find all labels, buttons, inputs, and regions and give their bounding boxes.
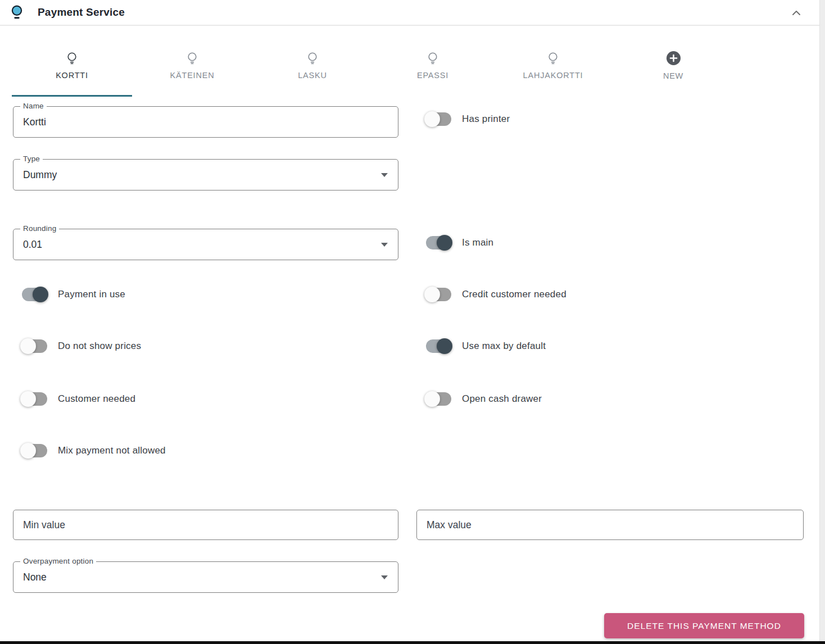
header: Payment Service [0,0,819,26]
lightbulb-icon [10,3,24,21]
tab-label: EPASSI [417,71,448,80]
toggle-label: Do not show prices [58,341,141,352]
max-value-field [416,510,804,540]
toggle-use-max-by-default[interactable]: Use max by default [424,338,546,355]
name-field-label: Name [20,102,47,110]
switch[interactable] [424,111,452,128]
overpayment-option-value: None [13,562,398,592]
toggle-credit-customer-needed[interactable]: Credit customer needed [424,286,566,303]
active-tab-indicator [12,95,132,97]
switch-thumb [20,391,36,407]
name-field: Name [13,106,398,138]
tab-lahjakortti[interactable]: LAHJAKORTTI [493,45,613,97]
tab-label: NEW [663,71,683,80]
collapse-button[interactable] [789,6,804,20]
scrollbar-track[interactable] [819,0,825,644]
min-value-input[interactable] [13,510,398,539]
switch-thumb [424,391,440,407]
type-select[interactable]: Type Dummy [13,159,398,191]
rounding-select[interactable]: Rounding 0.01 [13,229,398,260]
tab-kortti[interactable]: KORTTI [12,45,132,97]
toggle-label: Credit customer needed [462,289,566,300]
lightbulb-icon [185,51,199,66]
tab-lasku[interactable]: LASKU [252,45,373,97]
switch-thumb [437,235,452,251]
toggle-label: Customer needed [58,393,135,405]
tab-epassi[interactable]: EPASSI [373,45,493,97]
switch[interactable] [424,391,452,407]
delete-payment-method-button[interactable]: DELETE THIS PAYMENT METHOD [604,613,804,638]
rounding-select-label: Rounding [20,224,59,233]
tab-label: LASKU [298,71,327,80]
toggle-has-printer[interactable]: Has printer [424,111,510,128]
switch-thumb [33,287,48,302]
toggle-open-cash-drawer[interactable]: Open cash drawer [424,391,542,407]
switch[interactable] [20,391,48,407]
toggle-label: Is main [462,237,493,248]
page-title: Payment Service [38,6,125,19]
toggle-do-not-show-prices[interactable]: Do not show prices [20,338,141,355]
plus-circle-icon [666,51,681,66]
name-input[interactable] [13,107,398,137]
lightbulb-icon [546,51,560,66]
type-select-label: Type [20,155,43,163]
overpayment-option-select[interactable]: Overpayment option None [13,561,398,593]
tab-kateinen[interactable]: KÄTEINEN [132,45,252,97]
max-value-input[interactable] [417,510,803,539]
switch[interactable] [20,442,48,459]
switch-thumb [20,443,36,459]
toggle-payment-in-use[interactable]: Payment in use [20,286,125,303]
switch-thumb [424,111,440,127]
lightbulb-icon [426,51,439,66]
switch-thumb [437,338,452,354]
toggle-mix-payment-not-allowed[interactable]: Mix payment not allowed [20,442,166,459]
type-select-value: Dummy [13,160,398,190]
tab-label: LAHJAKORTTI [523,71,583,80]
switch[interactable] [20,338,48,355]
chevron-up-icon [790,6,803,20]
window-bottom-edge [0,641,825,644]
lightbulb-icon [306,51,319,66]
switch[interactable] [424,234,452,251]
toggle-is-main[interactable]: Is main [424,234,493,251]
overpayment-option-label: Overpayment option [20,557,96,565]
toggle-label: Mix payment not allowed [58,445,166,456]
tab-label: KORTTI [56,71,88,80]
payment-method-tabs: KORTTI KÄTEINEN LASKU [12,45,733,97]
rounding-select-value: 0.01 [13,229,398,260]
switch[interactable] [424,338,452,355]
toggle-label: Open cash drawer [462,393,542,405]
switch[interactable] [424,286,452,303]
switch-thumb [424,287,440,302]
tab-label: KÄTEINEN [170,71,215,80]
toggle-label: Has printer [462,114,510,125]
tab-new[interactable]: NEW [613,45,733,97]
switch-thumb [20,338,36,354]
min-value-field [13,510,398,540]
lightbulb-icon [65,51,79,66]
payment-service-page: Payment Service KORTTI KÄTEINEN [0,0,825,644]
switch[interactable] [20,286,48,303]
toggle-label: Use max by default [462,341,546,352]
toggle-label: Payment in use [58,289,125,300]
toggle-customer-needed[interactable]: Customer needed [20,391,135,407]
